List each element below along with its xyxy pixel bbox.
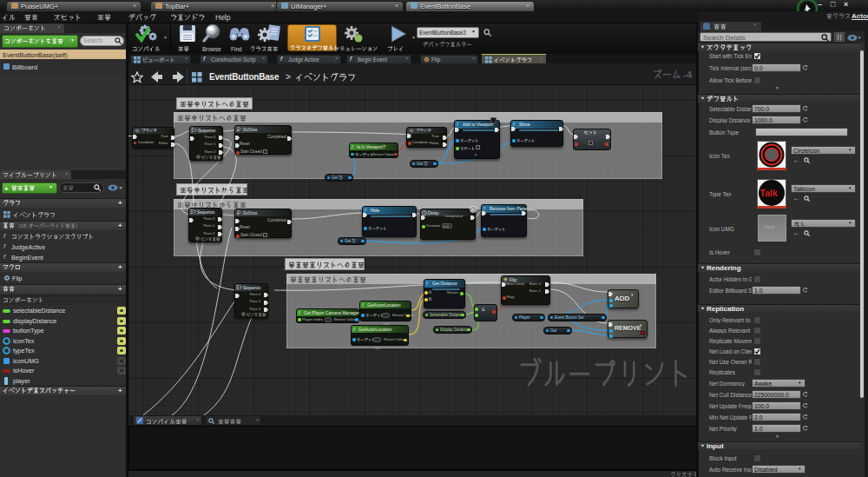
svg-text:Talk: Talk	[760, 188, 778, 198]
